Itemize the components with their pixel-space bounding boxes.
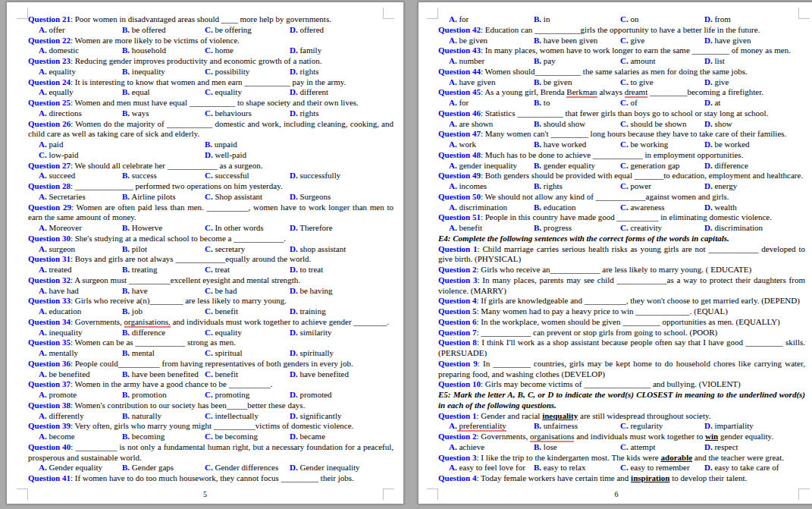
options-row: A. have givenB. be givenC. to giveD. giv… <box>438 77 805 88</box>
option-A: A. achieve <box>449 442 534 453</box>
option-letter: C. <box>205 67 213 76</box>
question-label: Question 31 <box>28 254 71 263</box>
question-label: Question 21 <box>28 14 71 24</box>
option-text: promote <box>47 390 77 399</box>
option-letter: B. <box>534 119 541 128</box>
options-row: A. differentlyB. naturallyC. intellectua… <box>28 411 393 422</box>
option-text: to give <box>629 77 654 86</box>
question-text: Question 21: Poor women in disadvantaged… <box>28 14 393 25</box>
option-text: awareness <box>629 203 665 212</box>
option-text: discrimination <box>713 223 763 232</box>
question-sentence: : Many women had to pay a heavy price to… <box>476 306 727 316</box>
option-text: becoming <box>130 432 165 441</box>
option-letter: C. <box>205 25 213 34</box>
emphasized-underlined-word: win <box>705 432 718 441</box>
emphasized-underlined-word: inequality <box>542 411 578 420</box>
option-C: C. power <box>620 181 704 192</box>
option-text: spiritual <box>213 348 243 357</box>
option-C: C. behaviours <box>205 108 290 119</box>
option-D: D. difference <box>704 161 748 171</box>
option-text: have benefited <box>298 369 349 379</box>
option-letter: A. <box>449 56 457 65</box>
question-sentence: : Girls who receive an____________ are l… <box>476 265 751 274</box>
option-A: A. work <box>449 140 534 150</box>
option-letter: B. <box>122 108 130 118</box>
option-text: Gender equality <box>47 463 102 472</box>
question-label: Question 27 <box>28 161 71 170</box>
option-text: different <box>298 87 328 96</box>
option-text: pilot <box>130 244 147 253</box>
option-letter: B. <box>122 369 130 379</box>
option-D: D. Gender inequality <box>290 463 360 473</box>
option-text: Moreover <box>47 223 82 232</box>
option-text: for <box>457 98 469 107</box>
option-text: difference <box>713 161 748 170</box>
question-sentence: : Governments, <box>71 317 124 326</box>
option-A: A. domestic <box>39 46 122 56</box>
option-letter: B. <box>122 390 130 399</box>
spellcheck-underlined-word: organisations, <box>124 317 171 328</box>
question-label: Question 3 <box>438 275 477 284</box>
option-A: A. inequality <box>39 328 122 338</box>
option-D: D. be worked <box>704 140 750 150</box>
option-B: B. be given <box>534 77 620 88</box>
option-A: A. Gender equality <box>39 463 122 473</box>
question-label: Question 4 <box>438 473 476 482</box>
question-label: Question 47 <box>438 129 481 138</box>
document-page-6: A. forB. inC. onD. fromQuestion 42: Educ… <box>418 2 812 504</box>
option-letter: B. <box>534 463 541 472</box>
option-letter: B. <box>205 140 212 149</box>
emphasized-underlined-word: adorable <box>661 453 693 462</box>
option-text: should be shown <box>629 119 687 128</box>
option-text: inequality <box>130 67 165 76</box>
page-number: 6 <box>419 490 812 498</box>
option-C: C. be offering <box>205 25 290 36</box>
option-B: B. unpaid <box>205 140 287 150</box>
option-text: be had <box>213 286 237 295</box>
option-text: naturally <box>130 411 161 420</box>
option-B: B. becoming <box>122 432 205 442</box>
question-sentence: : People could__________ from having rep… <box>71 359 353 368</box>
options-row: A. forB. toC. ofD. at <box>438 98 805 108</box>
option-D: D. at <box>704 98 720 108</box>
option-letter: C. <box>620 181 629 190</box>
option-B: B. treating <box>122 265 205 275</box>
option-A: A. mentally <box>39 348 122 359</box>
option-letter: C. <box>205 328 213 337</box>
option-C: C. be had <box>205 286 290 297</box>
question-sentence: to develop their talent. <box>669 473 747 482</box>
option-A: A. directions <box>39 108 122 119</box>
question-text: Question 29: Women are often paid less t… <box>28 203 393 224</box>
option-letter: D. <box>704 161 713 170</box>
option-text: list <box>713 56 725 65</box>
option-A: A. are shown <box>449 119 534 130</box>
option-text: become <box>47 432 75 441</box>
option-letter: B. <box>534 77 541 86</box>
option-D: D. from <box>704 14 731 25</box>
crop-mark-top-left <box>427 8 438 19</box>
option-letter: C. <box>620 14 629 24</box>
question-text: Question 50: We should not allow any kin… <box>438 192 805 203</box>
option-text: pay <box>541 56 556 65</box>
question-label: Question 50 <box>438 192 481 201</box>
option-A: A. for <box>449 98 534 108</box>
question-text: Question 7: ____________ can prevent or … <box>438 328 805 338</box>
option-letter: A. <box>449 119 457 128</box>
question-sentence: : Governments, <box>476 432 530 441</box>
option-text: equality <box>213 87 242 96</box>
spellcheck-underlined-word: dreamt <box>625 87 648 98</box>
question-label: Question 1 <box>438 244 478 253</box>
option-text: achieve <box>457 442 484 451</box>
option-text: be given <box>457 36 488 45</box>
option-letter: D. <box>704 98 713 107</box>
option-letter: B. <box>122 171 130 180</box>
option-text: on <box>629 14 639 24</box>
question-label: Question 45 <box>438 87 481 96</box>
question-text: Question 48: Much has to be done to achi… <box>438 150 805 161</box>
option-D: D. have benefited <box>290 369 349 380</box>
option-D: D. give <box>704 77 729 88</box>
question-label: Question 43 <box>438 46 481 55</box>
option-text: success <box>130 171 157 180</box>
option-text: have given <box>713 36 751 45</box>
option-text: similarity <box>298 328 332 337</box>
